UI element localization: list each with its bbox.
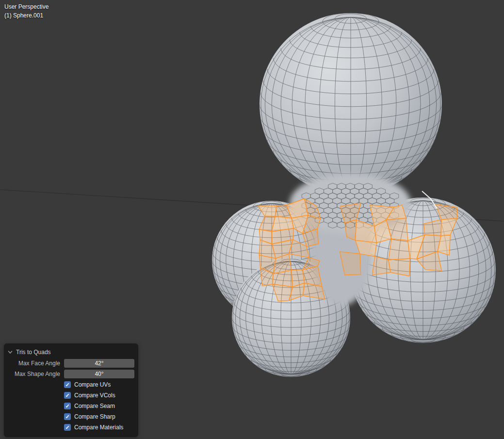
- operator-panel: Tris to Quads Max Face Angle 42° Max Sha…: [4, 343, 138, 437]
- max-face-angle-field[interactable]: 42°: [64, 359, 134, 368]
- max-shape-angle-row: Max Shape Angle 40°: [8, 369, 134, 379]
- max-face-angle-label: Max Face Angle: [8, 360, 60, 367]
- check-icon: ✓: [65, 425, 69, 430]
- compare-seam-checkbox[interactable]: ✓: [64, 403, 71, 409]
- compare-vcols-checkbox[interactable]: ✓: [64, 392, 71, 399]
- compare-materials-checkbox[interactable]: ✓: [64, 424, 71, 431]
- compare-seam-label: Compare Seam: [74, 403, 115, 409]
- compare-vcols-row[interactable]: ✓ Compare VCols: [8, 390, 134, 401]
- panel-header[interactable]: Tris to Quads: [8, 346, 134, 358]
- panel-title: Tris to Quads: [16, 349, 51, 356]
- max-shape-angle-field[interactable]: 40°: [64, 370, 134, 378]
- compare-materials-row[interactable]: ✓ Compare Materials: [8, 422, 134, 433]
- chevron-down-icon: [8, 350, 13, 355]
- compare-uvs-checkbox[interactable]: ✓: [64, 381, 71, 388]
- max-shape-angle-label: Max Shape Angle: [8, 371, 60, 377]
- check-icon: ✓: [65, 382, 69, 388]
- check-icon: ✓: [65, 393, 69, 398]
- compare-sharp-label: Compare Sharp: [74, 413, 115, 420]
- check-icon: ✓: [65, 404, 69, 409]
- compare-vcols-label: Compare VCols: [74, 392, 115, 399]
- selection-right-patch[interactable]: [340, 203, 457, 276]
- max-face-angle-row: Max Face Angle 42°: [8, 358, 134, 369]
- mesh-top-sphere[interactable]: [260, 13, 442, 195]
- view-perspective-label: User Perspective: [4, 2, 49, 11]
- compare-seam-row[interactable]: ✓ Compare Seam: [8, 401, 134, 411]
- compare-uvs-label: Compare UVs: [74, 381, 111, 388]
- max-shape-angle-value: 40°: [95, 371, 103, 377]
- compare-uvs-row[interactable]: ✓ Compare UVs: [8, 379, 134, 390]
- check-icon: ✓: [65, 414, 69, 420]
- max-face-angle-value: 42°: [95, 360, 103, 367]
- compare-sharp-checkbox[interactable]: ✓: [64, 413, 71, 420]
- compare-materials-label: Compare Materials: [74, 424, 123, 431]
- active-object-label: (1) Sphere.001: [4, 11, 49, 20]
- viewport-overlay-text: User Perspective (1) Sphere.001: [4, 2, 49, 20]
- compare-sharp-row[interactable]: ✓ Compare Sharp: [8, 411, 134, 422]
